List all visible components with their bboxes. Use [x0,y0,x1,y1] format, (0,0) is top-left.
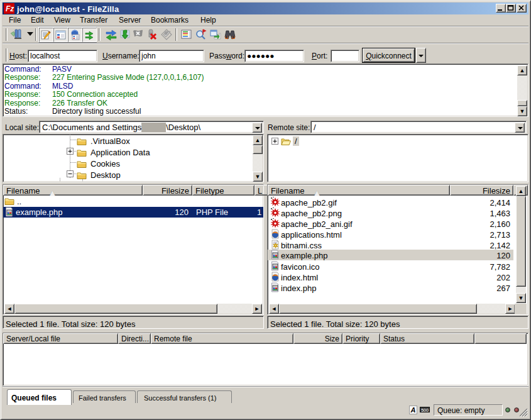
svg-text:Fz: Fz [6,4,14,13]
